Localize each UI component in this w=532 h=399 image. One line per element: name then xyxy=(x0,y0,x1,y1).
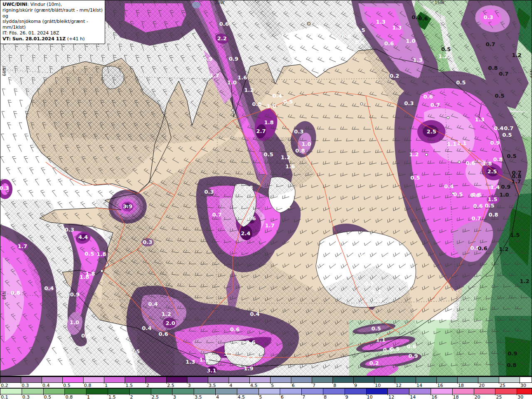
precip-value-label: 0.6 xyxy=(219,21,229,27)
legend-color-segment xyxy=(431,388,453,394)
precip-value-label: 0.5 xyxy=(84,251,94,257)
precip-value-label: 1.6 xyxy=(285,163,295,170)
precip-value-label: 1.2 xyxy=(520,278,529,284)
legend-color-segment xyxy=(301,388,323,394)
precip-value-label: 1.1 xyxy=(457,140,466,146)
precip-value-label: 0.8 xyxy=(10,290,20,296)
precip-value-label: 3.9 xyxy=(123,203,132,209)
precip-value-label: 2.6 xyxy=(246,339,255,345)
precip-value-label: 1.2 xyxy=(281,154,290,160)
precip-value-label: 0.9 xyxy=(70,291,79,298)
legend-color-segment xyxy=(353,377,374,383)
precip-value-label: 1.6 xyxy=(237,74,247,81)
legend-color-segment xyxy=(62,377,84,383)
precip-value-label: 0.3 xyxy=(294,128,303,135)
precip-value-label: 1.2 xyxy=(499,246,508,252)
legend-color-segment xyxy=(21,377,42,383)
precip-value-label: 0.9 xyxy=(229,56,238,62)
precip-value-label: 4.4 xyxy=(78,234,88,240)
legend-tick-label: 2 xyxy=(130,394,133,399)
legend-color-segment xyxy=(270,377,291,383)
precip-value-label: 1.8 xyxy=(96,251,106,257)
precip-value-label: 0.6 xyxy=(158,331,168,337)
model-name: UWC/DINI xyxy=(2,2,27,7)
legend-tick-mark xyxy=(409,394,409,395)
legend-tick-label: 16 xyxy=(431,394,437,399)
legend-tick-mark xyxy=(416,382,416,384)
precip-value-label: 1.0 xyxy=(69,319,79,325)
legend-tick-mark xyxy=(0,394,0,395)
legend-tick-label: 0.5 xyxy=(44,394,52,399)
legend-color-segment xyxy=(86,388,108,394)
legend-tick-label: 25 xyxy=(496,394,502,399)
precip-value-label: 0.4 xyxy=(444,183,453,190)
legend-tick-mark xyxy=(215,394,216,395)
precip-value-label: 0.6 xyxy=(406,343,416,350)
legend-tick-label: 12 xyxy=(388,394,394,399)
precip-value-label: 3.1 xyxy=(207,367,216,374)
precip-value-label: 0.5 xyxy=(453,191,463,197)
legend-tick-label: 4.5 xyxy=(238,394,245,399)
precip-value-label: 3.6 xyxy=(246,215,256,222)
precip-value-label: 0.2 xyxy=(369,360,379,366)
legend-color-segment xyxy=(229,377,250,383)
legend-tick-label: 20 xyxy=(475,394,480,399)
precip-value-label: 0.6 xyxy=(384,40,394,47)
legend-tick-mark xyxy=(229,382,229,384)
precip-value-label: 1.8 xyxy=(79,274,89,280)
legend-tick-mark xyxy=(323,394,323,395)
legend-color-segment xyxy=(194,388,216,394)
precip-value-label: 0.6 xyxy=(418,15,428,22)
precip-value-label: 1.5 xyxy=(246,355,256,362)
legend-color-segment xyxy=(499,377,520,383)
legend-tick-mark xyxy=(62,382,63,384)
precip-value-label: 0.5 xyxy=(283,99,293,105)
legend-color-segment xyxy=(280,388,302,394)
precip-value-label: 0.2 xyxy=(389,73,399,79)
precip-value-label: 1.9 xyxy=(199,357,209,363)
town-marker xyxy=(101,270,103,272)
legend-tick-mark xyxy=(353,382,354,384)
legend-tick-mark xyxy=(129,394,130,395)
forecast-map: 0.62.20.90.91.71.61.01.20.40.50.81.01.82… xyxy=(0,0,532,377)
legend-tick-mark xyxy=(42,382,42,384)
precip-value-label: 0.9 xyxy=(507,350,517,357)
model-info-box: UWC/DINI: Vindur (10m), rigning/skúrir (… xyxy=(0,0,105,44)
sleet-snow-colorbar xyxy=(0,376,532,383)
precip-value-label: 0.6 xyxy=(473,203,483,209)
precip-value-label: 1.1 xyxy=(447,141,456,147)
legend-color-segment xyxy=(0,377,21,383)
legend-tick-mark xyxy=(478,382,478,384)
precip-value-label: 1.1 xyxy=(372,289,381,295)
legend-tick-label: 7 xyxy=(302,394,305,399)
legend-tick-mark xyxy=(366,394,367,395)
legend-color-segment xyxy=(291,377,312,383)
precip-value-label: 1.8 xyxy=(243,185,253,191)
legend-tick-label: 18 xyxy=(453,394,459,399)
legend-tick-label: 4 xyxy=(216,394,219,399)
precip-value-label: 0.3 xyxy=(483,14,493,20)
legend-tick-mark xyxy=(208,382,208,384)
legend-tick-label: 5 xyxy=(259,394,262,399)
legend-tick-label: 1 xyxy=(87,394,90,399)
legend-tick-mark xyxy=(280,394,280,395)
precip-value-label: 1.3 xyxy=(376,19,385,25)
precip-value-label: 0.5 xyxy=(502,132,512,138)
legend-color-segment xyxy=(42,377,63,383)
precip-value-label: 1.8 xyxy=(482,160,492,167)
precip-value-label: 0.3 xyxy=(204,189,214,195)
legend-color-segment xyxy=(332,377,354,383)
precip-value-label: 0.7 xyxy=(504,125,513,131)
legend-tick-label: 1.5 xyxy=(108,394,116,399)
precip-value-label: 0.7 xyxy=(430,102,440,108)
legend-tick-mark xyxy=(145,382,146,384)
precip-value-label: 0.6 xyxy=(230,326,239,332)
precip-value-label: 0.8 xyxy=(493,156,502,163)
legend-color-segment xyxy=(474,388,496,394)
precip-value-label: 1.0 xyxy=(406,38,415,44)
town-marker xyxy=(447,116,449,119)
precip-value-label: 0.8 xyxy=(488,65,498,71)
precip-value-label: 0.7 xyxy=(499,71,508,77)
legend-color-segment xyxy=(520,377,532,383)
legend-tick-label: 0.3 xyxy=(22,394,30,399)
